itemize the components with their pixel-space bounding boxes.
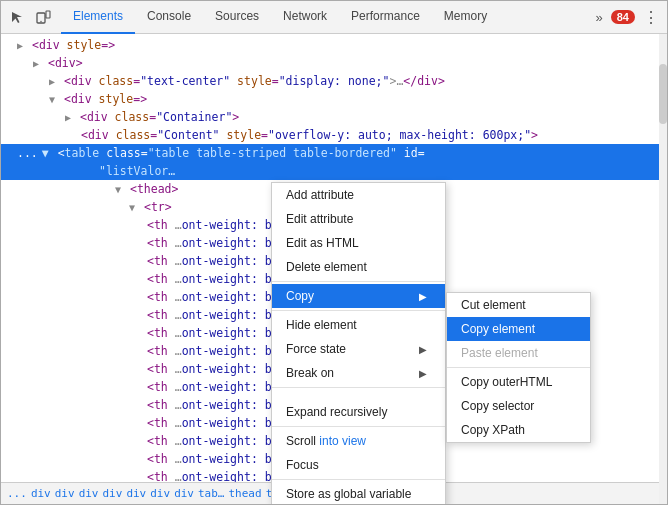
devtools-toolbar: Elements Console Sources Network Perform… bbox=[1, 1, 667, 34]
ctx-copy-element[interactable]: Copy element bbox=[447, 317, 590, 341]
breadcrumb-item[interactable]: div bbox=[79, 487, 99, 500]
ctx-expand-recursively[interactable] bbox=[272, 390, 445, 400]
tab-console[interactable]: Console bbox=[135, 1, 203, 34]
breadcrumb-item[interactable]: div bbox=[150, 487, 170, 500]
device-toolbar-button[interactable] bbox=[31, 5, 55, 29]
ctx-edit-attribute[interactable]: Edit attribute bbox=[272, 207, 445, 231]
breadcrumb-item[interactable]: div bbox=[174, 487, 194, 500]
toolbar-tabs: Elements Console Sources Network Perform… bbox=[61, 1, 499, 34]
scrollbar-thumb[interactable] bbox=[659, 64, 667, 124]
sub-context-menu: Cut element Copy element Paste element C… bbox=[446, 292, 591, 443]
ctx-separator bbox=[272, 310, 445, 311]
ctx-paste-element: Paste element bbox=[447, 341, 590, 365]
breadcrumb-item[interactable]: div bbox=[103, 487, 123, 500]
breadcrumb-item[interactable]: thead bbox=[229, 487, 262, 500]
expand-icon[interactable]: ▶ bbox=[49, 76, 55, 87]
context-menu: Add attribute Edit attribute Edit as HTM… bbox=[271, 182, 446, 505]
expand-icon[interactable]: ▶ bbox=[17, 40, 23, 51]
dom-line: <div class="Content" style="overflow-y: … bbox=[1, 126, 667, 144]
breadcrumb-item[interactable]: div bbox=[55, 487, 75, 500]
ctx-delete-element[interactable]: Delete element bbox=[272, 255, 445, 279]
breadcrumb-item[interactable]: ... bbox=[7, 487, 27, 500]
ctx-force-state[interactable]: Force state ▶ bbox=[272, 337, 445, 361]
svg-rect-1 bbox=[46, 11, 50, 18]
scrollbar[interactable] bbox=[659, 34, 667, 504]
tab-elements[interactable]: Elements bbox=[61, 1, 135, 34]
error-count-badge: 84 bbox=[611, 10, 635, 24]
breadcrumb-item[interactable]: div bbox=[31, 487, 51, 500]
submenu-arrow-icon: ▶ bbox=[419, 368, 427, 379]
ctx-separator bbox=[272, 479, 445, 480]
tab-network[interactable]: Network bbox=[271, 1, 339, 34]
ctx-break-on[interactable]: Break on ▶ bbox=[272, 361, 445, 385]
ctx-edit-as-html[interactable]: Edit as HTML bbox=[272, 231, 445, 255]
dom-line-selected-2[interactable]: "listValor… bbox=[1, 162, 667, 180]
ctx-focus[interactable]: Focus bbox=[272, 453, 445, 477]
svg-point-2 bbox=[40, 21, 41, 22]
ctx-copy[interactable]: Copy ▶ bbox=[272, 284, 445, 308]
breadcrumb-item[interactable]: div bbox=[126, 487, 146, 500]
expand-icon[interactable]: ▶ bbox=[65, 112, 71, 123]
ctx-collapse-children[interactable]: Expand recursively bbox=[272, 400, 445, 424]
dom-line-selected[interactable]: ... ▼ <table class="table table-striped … bbox=[1, 144, 667, 162]
ctx-hide-element[interactable]: Hide element bbox=[272, 313, 445, 337]
tab-memory[interactable]: Memory bbox=[432, 1, 499, 34]
breadcrumb-item[interactable]: tab… bbox=[198, 487, 225, 500]
dom-line: ▼ <div style=> bbox=[1, 90, 667, 108]
ctx-copy-xpath[interactable]: Copy XPath bbox=[447, 418, 590, 442]
ctx-copy-selector[interactable]: Copy selector bbox=[447, 394, 590, 418]
submenu-arrow-icon: ▶ bbox=[419, 291, 427, 302]
expand-icon[interactable]: ▼ bbox=[49, 94, 55, 105]
ctx-scroll-into-view[interactable]: Scroll into view bbox=[272, 429, 445, 453]
ctx-store-as-global[interactable]: Store as global variable bbox=[272, 482, 445, 505]
expand-icon[interactable]: ▶ bbox=[33, 58, 39, 69]
more-vert-icon: ⋮ bbox=[643, 8, 659, 27]
ctx-separator bbox=[272, 426, 445, 427]
toolbar-icons bbox=[5, 5, 55, 29]
inspect-cursor-button[interactable] bbox=[5, 5, 29, 29]
ctx-add-attribute[interactable]: Add attribute bbox=[272, 183, 445, 207]
ctx-cut-element[interactable]: Cut element bbox=[447, 293, 590, 317]
dom-line: ▶ <div style=> bbox=[1, 36, 667, 54]
more-tabs-button[interactable]: » bbox=[592, 8, 607, 27]
tab-sources[interactable]: Sources bbox=[203, 1, 271, 34]
dom-line: ▶ <div class="Container"> bbox=[1, 108, 667, 126]
submenu-arrow-icon: ▶ bbox=[419, 344, 427, 355]
dom-line: ▶ <div class="text-center" style="displa… bbox=[1, 72, 667, 90]
toolbar-right: » 84 ⋮ bbox=[592, 5, 663, 29]
ctx-separator bbox=[272, 281, 445, 282]
ctx-copy-outerhtml[interactable]: Copy outerHTML bbox=[447, 370, 590, 394]
tab-performance[interactable]: Performance bbox=[339, 1, 432, 34]
ctx-separator bbox=[447, 367, 590, 368]
ctx-separator bbox=[272, 387, 445, 388]
more-options-button[interactable]: ⋮ bbox=[639, 5, 663, 29]
dom-line: ▶ <div> bbox=[1, 54, 667, 72]
elements-panel: ▶ <div style=> ▶ <div> ▶ <div class="tex… bbox=[1, 34, 667, 504]
